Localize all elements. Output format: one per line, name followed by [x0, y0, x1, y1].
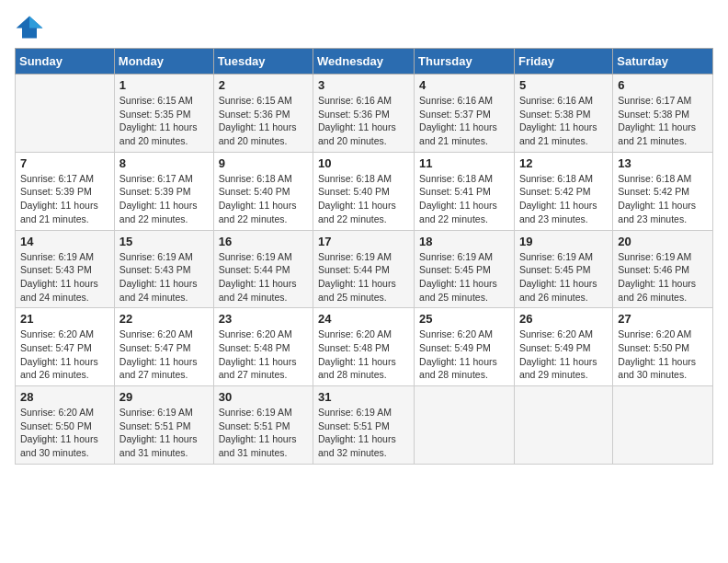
day-info: Sunrise: 6:19 AMSunset: 5:51 PMDaylight:…: [318, 406, 409, 460]
calendar-cell: 7Sunrise: 6:17 AMSunset: 5:39 PMDaylight…: [16, 152, 115, 230]
week-row-1: 1Sunrise: 6:15 AMSunset: 5:35 PMDaylight…: [16, 75, 713, 153]
day-info: Sunrise: 6:19 AMSunset: 5:43 PMDaylight:…: [20, 250, 109, 304]
day-number: 23: [219, 312, 308, 326]
calendar-cell: 24Sunrise: 6:20 AMSunset: 5:48 PMDayligh…: [313, 308, 415, 386]
weekday-header-monday: Monday: [114, 49, 213, 75]
day-number: 6: [618, 78, 708, 92]
day-number: 26: [519, 312, 608, 326]
calendar-cell: 14Sunrise: 6:19 AMSunset: 5:43 PMDayligh…: [16, 230, 115, 308]
day-number: 8: [119, 156, 209, 170]
calendar-cell: 26Sunrise: 6:20 AMSunset: 5:49 PMDayligh…: [514, 308, 612, 386]
calendar-table: SundayMondayTuesdayWednesdayThursdayFrid…: [15, 48, 713, 465]
day-number: 7: [20, 156, 109, 170]
calendar-cell: 5Sunrise: 6:16 AMSunset: 5:38 PMDaylight…: [514, 75, 612, 153]
logo-icon: [15, 15, 44, 40]
day-number: 30: [219, 390, 308, 404]
day-info: Sunrise: 6:19 AMSunset: 5:43 PMDaylight:…: [119, 250, 209, 304]
calendar-cell: 11Sunrise: 6:18 AMSunset: 5:41 PMDayligh…: [415, 152, 515, 230]
day-info: Sunrise: 6:20 AMSunset: 5:49 PMDaylight:…: [519, 327, 608, 382]
day-info: Sunrise: 6:18 AMSunset: 5:40 PMDaylight:…: [318, 172, 409, 226]
day-number: 18: [419, 235, 509, 248]
day-number: 22: [119, 312, 209, 326]
calendar-cell: 20Sunrise: 6:19 AMSunset: 5:46 PMDayligh…: [613, 230, 713, 308]
week-row-3: 14Sunrise: 6:19 AMSunset: 5:43 PMDayligh…: [16, 230, 713, 308]
calendar-cell: 2Sunrise: 6:15 AMSunset: 5:36 PMDaylight…: [213, 75, 313, 153]
day-number: 3: [318, 78, 409, 92]
day-number: 2: [219, 78, 308, 92]
day-info: Sunrise: 6:19 AMSunset: 5:44 PMDaylight:…: [219, 250, 308, 304]
calendar-cell: 15Sunrise: 6:19 AMSunset: 5:43 PMDayligh…: [114, 230, 213, 308]
day-info: Sunrise: 6:19 AMSunset: 5:51 PMDaylight:…: [219, 406, 308, 460]
calendar-cell: 23Sunrise: 6:20 AMSunset: 5:48 PMDayligh…: [213, 308, 313, 386]
day-info: Sunrise: 6:16 AMSunset: 5:36 PMDaylight:…: [318, 94, 409, 148]
day-number: 13: [618, 156, 708, 170]
day-number: 24: [318, 312, 409, 326]
calendar-cell: 31Sunrise: 6:19 AMSunset: 5:51 PMDayligh…: [313, 386, 415, 465]
day-info: Sunrise: 6:18 AMSunset: 5:42 PMDaylight:…: [618, 172, 708, 226]
calendar-cell: [613, 386, 713, 465]
day-info: Sunrise: 6:15 AMSunset: 5:36 PMDaylight:…: [219, 94, 308, 148]
calendar-cell: [16, 75, 115, 153]
weekday-header-thursday: Thursday: [415, 49, 515, 75]
week-row-2: 7Sunrise: 6:17 AMSunset: 5:39 PMDaylight…: [16, 152, 713, 230]
day-number: 31: [318, 390, 409, 404]
weekday-header-saturday: Saturday: [613, 49, 713, 75]
day-number: 12: [519, 156, 608, 170]
logo: [15, 15, 48, 40]
week-row-4: 21Sunrise: 6:20 AMSunset: 5:47 PMDayligh…: [16, 308, 713, 386]
day-info: Sunrise: 6:20 AMSunset: 5:48 PMDaylight:…: [318, 327, 409, 382]
day-info: Sunrise: 6:19 AMSunset: 5:46 PMDaylight:…: [618, 250, 708, 304]
calendar-cell: 27Sunrise: 6:20 AMSunset: 5:50 PMDayligh…: [613, 308, 713, 386]
day-number: 16: [219, 235, 308, 248]
calendar-cell: [514, 386, 612, 465]
day-number: 5: [519, 78, 608, 92]
calendar-cell: 21Sunrise: 6:20 AMSunset: 5:47 PMDayligh…: [16, 308, 115, 386]
day-info: Sunrise: 6:20 AMSunset: 5:50 PMDaylight:…: [618, 327, 708, 382]
day-info: Sunrise: 6:19 AMSunset: 5:45 PMDaylight:…: [419, 250, 509, 304]
day-number: 11: [419, 156, 509, 170]
week-row-5: 28Sunrise: 6:20 AMSunset: 5:50 PMDayligh…: [16, 386, 713, 465]
day-number: 28: [20, 390, 109, 404]
day-info: Sunrise: 6:16 AMSunset: 5:38 PMDaylight:…: [519, 94, 608, 148]
calendar-cell: 3Sunrise: 6:16 AMSunset: 5:36 PMDaylight…: [313, 75, 415, 153]
calendar-cell: 22Sunrise: 6:20 AMSunset: 5:47 PMDayligh…: [114, 308, 213, 386]
calendar-cell: 1Sunrise: 6:15 AMSunset: 5:35 PMDaylight…: [114, 75, 213, 153]
calendar-cell: 4Sunrise: 6:16 AMSunset: 5:37 PMDaylight…: [415, 75, 515, 153]
weekday-header-tuesday: Tuesday: [213, 49, 313, 75]
day-info: Sunrise: 6:17 AMSunset: 5:38 PMDaylight:…: [618, 94, 708, 148]
calendar-cell: 9Sunrise: 6:18 AMSunset: 5:40 PMDaylight…: [213, 152, 313, 230]
day-info: Sunrise: 6:20 AMSunset: 5:50 PMDaylight:…: [20, 406, 109, 460]
weekday-header-row: SundayMondayTuesdayWednesdayThursdayFrid…: [16, 49, 713, 75]
calendar-cell: 29Sunrise: 6:19 AMSunset: 5:51 PMDayligh…: [114, 386, 213, 465]
calendar-cell: 18Sunrise: 6:19 AMSunset: 5:45 PMDayligh…: [415, 230, 515, 308]
weekday-header-sunday: Sunday: [16, 49, 115, 75]
day-info: Sunrise: 6:17 AMSunset: 5:39 PMDaylight:…: [119, 172, 209, 226]
day-info: Sunrise: 6:19 AMSunset: 5:45 PMDaylight:…: [519, 250, 608, 304]
calendar-cell: 19Sunrise: 6:19 AMSunset: 5:45 PMDayligh…: [514, 230, 612, 308]
calendar-cell: 8Sunrise: 6:17 AMSunset: 5:39 PMDaylight…: [114, 152, 213, 230]
day-info: Sunrise: 6:16 AMSunset: 5:37 PMDaylight:…: [419, 94, 509, 148]
day-number: 20: [618, 235, 708, 248]
day-number: 29: [119, 390, 209, 404]
calendar-cell: 17Sunrise: 6:19 AMSunset: 5:44 PMDayligh…: [313, 230, 415, 308]
day-info: Sunrise: 6:20 AMSunset: 5:49 PMDaylight:…: [419, 327, 509, 382]
day-info: Sunrise: 6:20 AMSunset: 5:47 PMDaylight:…: [119, 327, 209, 382]
weekday-header-wednesday: Wednesday: [313, 49, 415, 75]
day-info: Sunrise: 6:19 AMSunset: 5:44 PMDaylight:…: [318, 250, 409, 304]
calendar-cell: 28Sunrise: 6:20 AMSunset: 5:50 PMDayligh…: [16, 386, 115, 465]
day-info: Sunrise: 6:20 AMSunset: 5:47 PMDaylight:…: [20, 327, 109, 382]
calendar-cell: 25Sunrise: 6:20 AMSunset: 5:49 PMDayligh…: [415, 308, 515, 386]
day-info: Sunrise: 6:20 AMSunset: 5:48 PMDaylight:…: [219, 327, 308, 382]
day-number: 9: [219, 156, 308, 170]
day-number: 17: [318, 235, 409, 248]
day-number: 10: [318, 156, 409, 170]
day-number: 27: [618, 312, 708, 326]
day-number: 15: [119, 235, 209, 248]
calendar-cell: 10Sunrise: 6:18 AMSunset: 5:40 PMDayligh…: [313, 152, 415, 230]
calendar-cell: 6Sunrise: 6:17 AMSunset: 5:38 PMDaylight…: [613, 75, 713, 153]
day-info: Sunrise: 6:15 AMSunset: 5:35 PMDaylight:…: [119, 94, 209, 148]
calendar-cell: [415, 386, 515, 465]
day-info: Sunrise: 6:19 AMSunset: 5:51 PMDaylight:…: [119, 406, 209, 460]
calendar-cell: 12Sunrise: 6:18 AMSunset: 5:42 PMDayligh…: [514, 152, 612, 230]
day-number: 19: [519, 235, 608, 248]
